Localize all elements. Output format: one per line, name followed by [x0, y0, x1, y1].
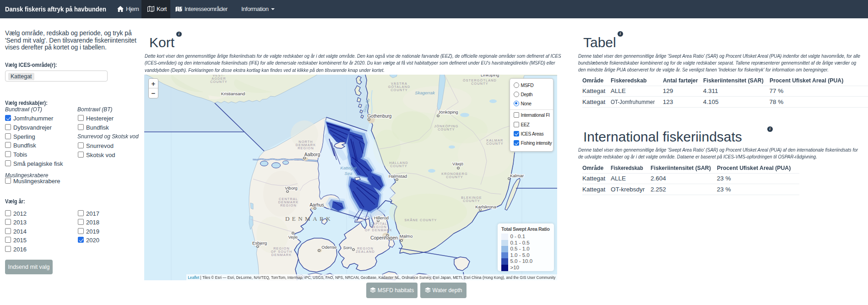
svg-text:Kristiansand: Kristiansand	[221, 91, 245, 96]
svg-text:Gothenburg: Gothenburg	[368, 114, 392, 119]
svg-text:COUNTY: COUNTY	[210, 80, 228, 84]
svg-text:Viborg: Viborg	[285, 185, 297, 191]
svg-text:Växjö: Växjö	[452, 161, 463, 166]
svg-text:Malmo: Malmo	[400, 234, 413, 239]
svg-text:Hillerod: Hillerod	[374, 215, 389, 220]
svg-text:Kattegat: Kattegat	[340, 165, 357, 170]
svg-text:COUNTY: COUNTY	[438, 127, 455, 131]
svg-text:Halmstad: Halmstad	[389, 174, 407, 179]
svg-text:OF DENMARK: OF DENMARK	[365, 228, 392, 232]
svg-text:Esbjerg: Esbjerg	[252, 240, 267, 245]
svg-text:Jönköping: Jönköping	[438, 109, 458, 114]
svg-text:REGION: REGION	[280, 203, 297, 207]
svg-text:COUNTY: COUNTY	[446, 175, 463, 179]
svg-text:Aarhus: Aarhus	[309, 202, 324, 207]
svg-text:Aalborg: Aalborg	[304, 152, 320, 157]
svg-text:DENMARK: DENMARK	[271, 253, 292, 257]
svg-text:Skagerrak: Skagerrak	[415, 90, 435, 95]
svg-text:COUNTY: COUNTY	[390, 164, 407, 168]
svg-text:Kalmar: Kalmar	[510, 173, 524, 178]
svg-text:Soro: Soro	[343, 245, 352, 250]
svg-text:DENMARK: DENMARK	[285, 215, 333, 222]
svg-text:Linköping: Linköping	[481, 75, 499, 77]
svg-text:COUNTY: COUNTY	[463, 199, 480, 203]
svg-text:ZEALAND: ZEALAND	[356, 250, 375, 254]
svg-text:Sea: Sea	[345, 171, 353, 176]
svg-text:REGION: REGION	[298, 146, 314, 150]
svg-text:COUNTY: COUNTY	[471, 82, 488, 86]
svg-text:COUNTY: COUNTY	[486, 142, 504, 146]
svg-text:Karlskrona: Karlskrona	[475, 204, 496, 209]
svg-text:Odense: Odense	[321, 245, 336, 250]
svg-text:COUNTY: COUNTY	[391, 88, 408, 92]
svg-text:SKÅNE COUNTY: SKÅNE COUNTY	[404, 218, 437, 222]
svg-text:Copenhagen: Copenhagen	[370, 235, 398, 240]
svg-text:Vejle: Vejle	[288, 234, 298, 240]
